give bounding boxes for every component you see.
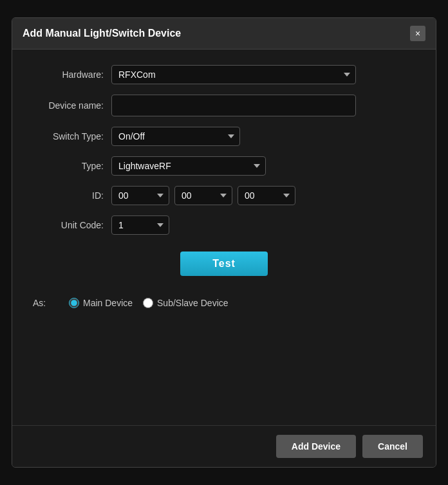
main-device-label: Main Device <box>83 298 133 308</box>
dialog-footer: Add Device Cancel <box>12 425 436 467</box>
main-device-option[interactable]: Main Device <box>69 298 133 308</box>
device-name-label: Device name: <box>33 100 104 111</box>
modal-overlay: Add Manual Light/Switch Device × Hardwar… <box>0 0 448 485</box>
slave-device-option[interactable]: Sub/Slave Device <box>143 298 229 308</box>
type-row: Type: LightwaveRF AC HomeEasy EU KAKU <box>33 156 415 176</box>
test-section: Test <box>33 252 415 276</box>
switch-type-label: Switch Type: <box>33 131 104 142</box>
unit-code-select[interactable]: 1 2 3 4 <box>111 215 169 235</box>
id-selects: 00 01 02 00 01 02 00 01 02 <box>111 186 295 205</box>
id-select-1[interactable]: 00 01 02 <box>111 186 169 205</box>
hardware-label: Hardware: <box>33 69 104 80</box>
slave-device-radio[interactable] <box>143 298 153 308</box>
unit-code-row: Unit Code: 1 2 3 4 <box>33 215 415 235</box>
cancel-button[interactable]: Cancel <box>362 435 423 458</box>
id-row: ID: 00 01 02 00 01 02 00 01 <box>33 186 415 205</box>
as-label: As: <box>33 298 59 308</box>
device-name-input[interactable] <box>111 95 356 116</box>
id-label: ID: <box>33 190 104 201</box>
id-select-2[interactable]: 00 01 02 <box>174 186 232 205</box>
test-button[interactable]: Test <box>180 252 268 276</box>
dialog-header: Add Manual Light/Switch Device × <box>12 18 436 50</box>
device-name-row: Device name: <box>33 95 415 116</box>
switch-type-row: Switch Type: On/Off Dimmer Blinds Scene <box>33 127 415 146</box>
type-label: Type: <box>33 161 104 171</box>
dialog: Add Manual Light/Switch Device × Hardwar… <box>12 17 436 468</box>
main-device-radio[interactable] <box>69 298 79 308</box>
id-select-3[interactable]: 00 01 02 <box>238 186 295 205</box>
slave-device-label: Sub/Slave Device <box>157 298 229 308</box>
unit-code-label: Unit Code: <box>33 220 104 230</box>
switch-type-select[interactable]: On/Off Dimmer Blinds Scene <box>111 127 240 146</box>
hardware-row: Hardware: RFXCom Z-Wave Zigbee Other <box>33 65 415 84</box>
dialog-body: Hardware: RFXCom Z-Wave Zigbee Other Dev… <box>12 50 436 425</box>
close-button[interactable]: × <box>410 26 425 41</box>
as-row: As: Main Device Sub/Slave Device <box>33 298 415 308</box>
dialog-title: Add Manual Light/Switch Device <box>23 28 181 39</box>
add-device-button[interactable]: Add Device <box>276 435 356 458</box>
type-select[interactable]: LightwaveRF AC HomeEasy EU KAKU <box>111 156 266 176</box>
hardware-select[interactable]: RFXCom Z-Wave Zigbee Other <box>111 65 356 84</box>
